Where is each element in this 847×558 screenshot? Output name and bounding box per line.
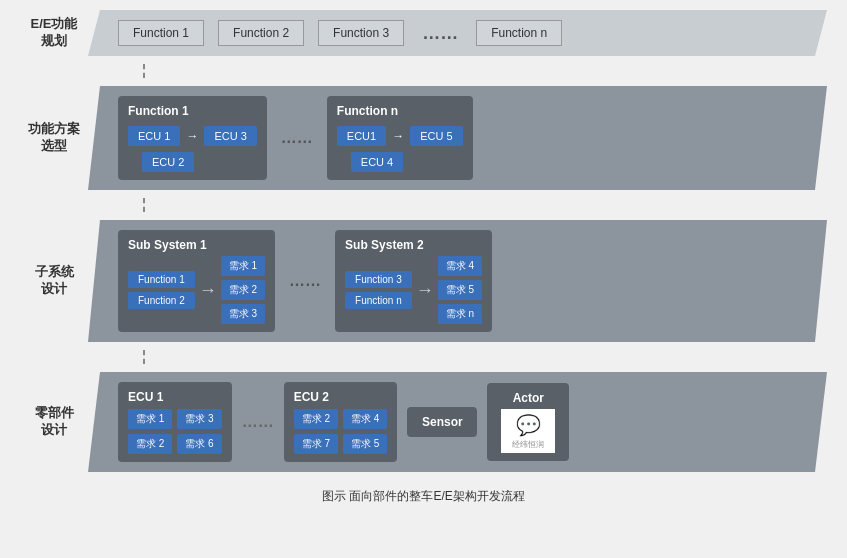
subsys2-func2: Function n [345,292,412,309]
ecu3: ECU 3 [204,126,256,146]
ecu-row-bottom-2: ECU 4 [337,152,463,172]
subsys1-func2: Function 2 [128,292,195,309]
connector-1 [20,64,827,78]
bottom-ecu1-title: ECU 1 [128,390,222,404]
band-select: Function 1 ECU 1 → ECU 3 ECU 2 …… Functi… [88,86,827,190]
connector-2 [20,198,827,212]
ecu5: ECU 5 [410,126,462,146]
ecu2-req7: 需求 7 [294,434,338,454]
subsys1-req3: 需求 3 [221,304,265,324]
row-func-select: 功能方案选型 Function 1 ECU 1 → ECU 3 ECU 2 ……… [20,86,827,190]
row-subsys: 子系统设计 Sub System 1 Function 1 Function 2… [20,220,827,342]
dots-between-groups: …… [281,129,313,147]
ecu2-req2: 需求 2 [294,409,338,429]
func-box-3: Function 3 [318,20,404,46]
ecu1: ECU 1 [128,126,180,146]
subsys2-title: Sub System 2 [345,238,482,252]
actor-title: Actor [513,391,544,405]
ecu2: ECU 2 [142,152,194,172]
subsys1-req1: 需求 1 [221,256,265,276]
band-subsys: Sub System 1 Function 1 Function 2 → 需求 … [88,220,827,342]
wechat-watermark: 💬 经纬恒润 [501,409,555,453]
subsys1-arrow-icon: → [199,280,217,301]
bottom-ecu2: ECU 2 需求 2 需求 4 需求 7 需求 5 [284,382,398,462]
row-label-select: 功能方案选型 [20,121,88,155]
arrow-icon-1: → [186,129,198,143]
subsys1-title: Sub System 1 [128,238,265,252]
ecu1-req3: 需求 3 [177,409,221,429]
arrow-icon-2: → [392,129,404,143]
ecu1-req6: 需求 6 [177,434,221,454]
subsys2-func1: Function 3 [345,271,412,288]
row-ee-planning: E/E功能规划 Function 1 Function 2 Function 3… [20,10,827,56]
wechat-label: 💬 经纬恒润 [512,411,544,450]
group-function1: Function 1 ECU 1 → ECU 3 ECU 2 [118,96,267,180]
bottom-ecu1-req-row2: 需求 2 需求 6 [128,434,222,454]
func-box-1: Function 1 [118,20,204,46]
ecu2-req4: 需求 4 [343,409,387,429]
bottom-ecu1-req-row1: 需求 1 需求 3 [128,409,222,429]
func-box-2: Function 2 [218,20,304,46]
sensor-group: Sensor [407,407,477,437]
actor-group: Actor 💬 经纬恒润 [487,383,569,461]
main-diagram: E/E功能规划 Function 1 Function 2 Function 3… [20,10,827,505]
ecu-row-top-2: ECU1 → ECU 5 [337,126,463,146]
row-label-subsys: 子系统设计 [20,264,88,298]
ecu1-req1: 需求 1 [128,409,172,429]
dots-subsys: …… [289,272,321,290]
subsys1-container: Sub System 1 Function 1 Function 2 → 需求 … [118,230,275,332]
ecu2-req5: 需求 5 [343,434,387,454]
bottom-ecu2-req-row2: 需求 7 需求 5 [294,434,388,454]
ecu1-n: ECU1 [337,126,386,146]
subsys2-arrow-icon: → [416,280,434,301]
subsys2-req2: 需求 5 [438,280,482,300]
dots-1: …… [422,23,458,44]
sensor-title: Sensor [422,415,463,429]
row-label-planning: E/E功能规划 [20,16,88,50]
bottom-ecu2-req-row1: 需求 2 需求 4 [294,409,388,429]
dots-ecu: …… [242,413,274,431]
ecu4: ECU 4 [351,152,403,172]
subsys2-req3: 需求 n [438,304,482,324]
subsys2-container: Sub System 2 Function 3 Function n → 需求 … [335,230,492,332]
diagram-caption: 图示 面向部件的整车E/E架构开发流程 [20,488,827,505]
group1-title: Function 1 [128,104,257,118]
ecu-row-bottom-1: ECU 2 [128,152,257,172]
group2-title: Function n [337,104,463,118]
subsys1-func1: Function 1 [128,271,195,288]
connector-3 [20,350,827,364]
ecu-row-top-1: ECU 1 → ECU 3 [128,126,257,146]
bottom-ecu2-title: ECU 2 [294,390,388,404]
func-box-n: Function n [476,20,562,46]
subsys1-req2: 需求 2 [221,280,265,300]
bottom-ecu1: ECU 1 需求 1 需求 3 需求 2 需求 6 [118,382,232,462]
ecu1-req2: 需求 2 [128,434,172,454]
group-functionn: Function n ECU1 → ECU 5 ECU 4 [327,96,473,180]
band-planning: Function 1 Function 2 Function 3 …… Func… [88,10,827,56]
row-label-parts: 零部件设计 [20,405,88,439]
band-parts: ECU 1 需求 1 需求 3 需求 2 需求 6 …… ECU 2 需求 2 … [88,372,827,472]
row-parts: 零部件设计 ECU 1 需求 1 需求 3 需求 2 需求 6 …… ECU 2 [20,372,827,472]
subsys2-req1: 需求 4 [438,256,482,276]
